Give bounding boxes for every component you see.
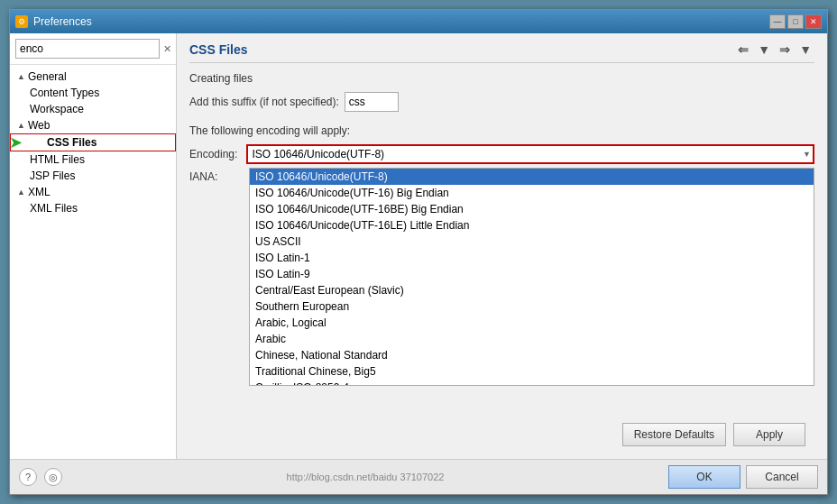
iana-item-7[interactable]: Central/East European (Slavic) bbox=[250, 282, 814, 298]
maximize-button[interactable]: □ bbox=[787, 14, 804, 29]
footer: ? ◎ http://blog.csdn.net/baidu 37107022 … bbox=[10, 459, 827, 494]
encoding-section-label: The following encoding will apply: bbox=[189, 124, 814, 137]
iana-item-1[interactable]: ISO 10646/Unicode(UTF-16) Big Endian bbox=[250, 185, 814, 201]
iana-item-13[interactable]: Cyrillic, ISO-8859-4 bbox=[250, 380, 814, 386]
minimize-button[interactable]: — bbox=[769, 14, 786, 29]
iana-item-12[interactable]: Traditional Chinese, Big5 bbox=[250, 363, 814, 380]
panel-title-text: CSS Files bbox=[189, 42, 248, 57]
iana-item-8[interactable]: Southern European bbox=[250, 298, 814, 315]
creating-files-label: Creating files bbox=[189, 72, 814, 85]
expand-arrow-general: ▲ bbox=[17, 72, 26, 81]
help-icon[interactable]: ? bbox=[19, 468, 37, 486]
expand-arrow-web: ▲ bbox=[17, 121, 26, 130]
sidebar-label-jsp-files: JSP Files bbox=[30, 170, 75, 182]
iana-label: IANA: bbox=[189, 168, 244, 183]
suffix-row: Add this suffix (if not specified): bbox=[189, 92, 814, 112]
iana-row: IANA: ISO 10646/Unicode(UTF-8) ISO 10646… bbox=[189, 168, 814, 417]
iana-dropdown-container: ISO 10646/Unicode(UTF-8) ISO 10646/Unico… bbox=[249, 168, 814, 393]
iana-item-3[interactable]: ISO 10646/Unicode(UTF-16LE) Little Endia… bbox=[250, 217, 814, 234]
encoding-row: Encoding: ISO 10646/Unicode(UTF-8) bbox=[189, 144, 814, 164]
right-panel: CSS Files ⇐ ▼ ⇒ ▼ Creating files Add thi… bbox=[177, 33, 827, 459]
encoding-select-wrapper[interactable]: ISO 10646/Unicode(UTF-8) bbox=[246, 144, 814, 164]
footer-url: http://blog.csdn.net/baidu 37107022 bbox=[287, 472, 445, 482]
ok-button[interactable]: OK bbox=[668, 465, 740, 489]
sidebar-item-html-files[interactable]: HTML Files bbox=[10, 151, 176, 168]
nav-forward-button[interactable]: ⇒ bbox=[777, 42, 793, 57]
restore-apply-row: Restore Defaults Apply bbox=[189, 417, 814, 450]
sidebar-label-html-files: HTML Files bbox=[30, 153, 85, 166]
panel-title-bar: CSS Files ⇐ ▼ ⇒ ▼ bbox=[189, 42, 814, 63]
iana-item-10[interactable]: Arabic bbox=[250, 331, 814, 347]
sidebar-label-css-files: CSS Files bbox=[31, 136, 97, 149]
search-input[interactable] bbox=[15, 39, 160, 59]
search-bar: ✕ bbox=[10, 33, 176, 65]
sidebar-label-web: Web bbox=[28, 119, 50, 132]
main-content: ✕ ▲ General Content Types Workspace ▲ We… bbox=[10, 33, 827, 459]
window-title: Preferences bbox=[33, 15, 92, 28]
sidebar-item-jsp-files[interactable]: JSP Files bbox=[10, 168, 176, 184]
sidebar-item-general[interactable]: ▲ General bbox=[10, 69, 176, 85]
info-icon[interactable]: ◎ bbox=[44, 468, 62, 486]
active-indicator-arrow: ➤ bbox=[10, 133, 23, 152]
preferences-window: ⚙ Preferences — □ ✕ ✕ ▲ General Conte bbox=[9, 9, 828, 495]
expand-arrow-xml: ▲ bbox=[17, 188, 26, 197]
nav-forward-dropdown-button[interactable]: ▼ bbox=[796, 42, 814, 57]
iana-item-6[interactable]: ISO Latin-9 bbox=[250, 266, 814, 282]
preferences-tree: ▲ General Content Types Workspace ▲ Web … bbox=[10, 65, 176, 459]
titlebar: ⚙ Preferences — □ ✕ bbox=[10, 10, 827, 33]
sidebar-label-general: General bbox=[28, 70, 67, 83]
panel-navigation: ⇐ ▼ ⇒ ▼ bbox=[735, 42, 814, 57]
sidebar-label-content-types: Content Types bbox=[30, 87, 99, 99]
iana-dropdown-list[interactable]: ISO 10646/Unicode(UTF-8) ISO 10646/Unico… bbox=[249, 168, 814, 386]
suffix-label: Add this suffix (if not specified): bbox=[189, 96, 339, 108]
panel-content: Creating files Add this suffix (if not s… bbox=[189, 72, 814, 417]
window-controls: — □ ✕ bbox=[769, 14, 822, 29]
clear-search-button[interactable]: ✕ bbox=[163, 41, 171, 56]
iana-item-9[interactable]: Arabic, Logical bbox=[250, 315, 814, 331]
restore-defaults-button[interactable]: Restore Defaults bbox=[622, 423, 726, 446]
sidebar-item-web[interactable]: ▲ Web bbox=[10, 117, 176, 133]
titlebar-left: ⚙ Preferences bbox=[15, 15, 92, 28]
cancel-button[interactable]: Cancel bbox=[746, 465, 818, 489]
nav-dropdown-button[interactable]: ▼ bbox=[755, 42, 773, 57]
encoding-label: Encoding: bbox=[189, 148, 237, 160]
sidebar: ✕ ▲ General Content Types Workspace ▲ We… bbox=[10, 33, 177, 459]
nav-back-button[interactable]: ⇐ bbox=[735, 42, 751, 57]
sidebar-item-css-files[interactable]: ➤ CSS Files bbox=[10, 133, 176, 151]
close-button[interactable]: ✕ bbox=[805, 14, 822, 29]
iana-item-11[interactable]: Chinese, National Standard bbox=[250, 347, 814, 363]
suffix-input[interactable] bbox=[345, 92, 399, 112]
sidebar-label-xml-files: XML Files bbox=[30, 202, 78, 215]
iana-item-4[interactable]: US ASCII bbox=[250, 234, 814, 250]
sidebar-item-xml[interactable]: ▲ XML bbox=[10, 184, 176, 200]
app-icon: ⚙ bbox=[15, 15, 28, 28]
sidebar-item-content-types[interactable]: Content Types bbox=[10, 85, 176, 101]
apply-button[interactable]: Apply bbox=[733, 423, 805, 446]
iana-item-0[interactable]: ISO 10646/Unicode(UTF-8) bbox=[250, 169, 814, 185]
sidebar-item-workspace[interactable]: Workspace bbox=[10, 101, 176, 117]
iana-item-5[interactable]: ISO Latin-1 bbox=[250, 250, 814, 266]
footer-icons: ? ◎ bbox=[19, 468, 62, 486]
iana-item-2[interactable]: ISO 10646/Unicode(UTF-16BE) Big Endian bbox=[250, 201, 814, 217]
sidebar-label-xml: XML bbox=[28, 186, 51, 198]
footer-buttons: OK Cancel bbox=[668, 465, 818, 489]
sidebar-item-xml-files[interactable]: XML Files bbox=[10, 200, 176, 216]
encoding-select[interactable]: ISO 10646/Unicode(UTF-8) bbox=[246, 144, 814, 164]
sidebar-label-workspace: Workspace bbox=[30, 103, 84, 115]
